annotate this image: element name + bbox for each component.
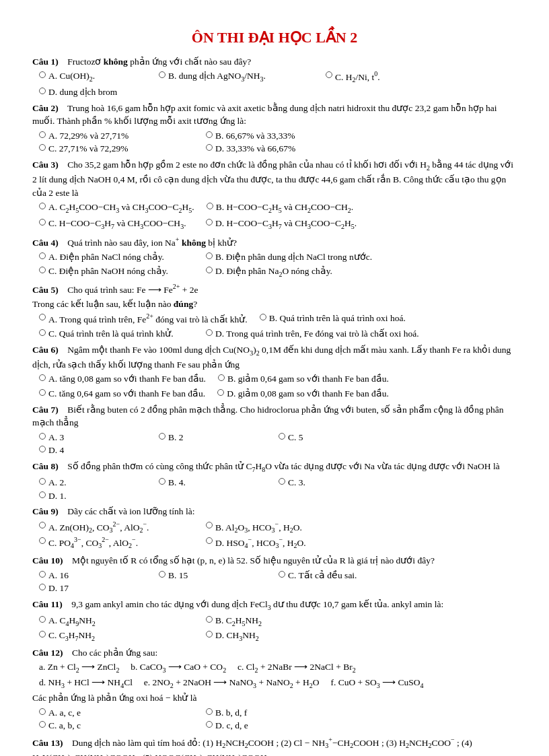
q3-option-c[interactable]: C. H−COO−C3H7 và CH3COO−CH3. — [39, 217, 194, 232]
question-12: Câu 12) Cho các phản ứng sau: a. Zn + Cl… — [32, 646, 517, 732]
q10-option-d[interactable]: D. 17 — [39, 582, 147, 595]
q9-option-b[interactable]: B. Al2O3, HCO3−, H2O. — [206, 520, 361, 536]
q6-option-d[interactable]: D. giảm 0,08 gam so với thanh Fe ban đầu… — [217, 387, 389, 401]
q9-option-a[interactable]: A. Zn(OH)2, CO32−, AlO2−. — [39, 520, 194, 536]
question-4: Câu 4) Quá trình nào sau đây, ion Na+ kh… — [32, 235, 517, 280]
q5-option-d[interactable]: D. Trong quá trình trên, Fe đóng vai trò… — [206, 327, 419, 341]
q3-option-d[interactable]: D. H−COO−C3H7 và CH3COO−C2H5. — [206, 217, 361, 232]
q8-option-b[interactable]: B. 4. — [159, 476, 266, 489]
q6-option-b[interactable]: B. giảm 0,64 gam so với thanh Fe ban đầu… — [218, 372, 389, 386]
q7-option-a[interactable]: A. 3 — [39, 431, 147, 444]
q12-option-c[interactable]: C. a, b, c — [39, 719, 194, 732]
q7-option-d[interactable]: D. 4 — [39, 444, 147, 457]
q1-option-d[interactable]: D. dung dịch brom — [39, 85, 147, 99]
q8-option-a[interactable]: A. 2. — [39, 476, 147, 489]
question-10: Câu 10) Một nguyên tố R có tổng số hạt (… — [32, 554, 517, 595]
q9-option-c[interactable]: C. PO43−, CO32−, AlO2−. — [39, 535, 194, 551]
q10-option-b[interactable]: B. 15 — [159, 569, 266, 582]
question-8: Câu 8) Số đồng phân thơm có cùng công th… — [32, 460, 517, 502]
q1-option-b[interactable]: B. dung dịch AgNO3/NH3. — [159, 69, 314, 84]
q1-option-c[interactable]: C. H2/Ni, t0. — [326, 69, 480, 85]
q5-option-c[interactable]: C. Quá trình trên là quá trình khử. — [39, 327, 194, 341]
page-title: ÔN THI ĐẠI HỌC LẦN 2 — [32, 27, 517, 48]
question-5: Câu 5) Cho quá trình sau: Fe ⟶ Fe2+ + 2e… — [32, 282, 517, 340]
q10-option-c[interactable]: C. Tất cả đều sai. — [279, 569, 433, 582]
q4-option-d[interactable]: D. Điện phân Na2O nóng chảy. — [206, 265, 361, 279]
q5-option-a[interactable]: A. Trong quá trình trên, Fe2+ đóng vai t… — [39, 312, 248, 326]
q2-option-d[interactable]: D. 33,33% và 66,67% — [206, 142, 361, 156]
question-9: Câu 9) Dãy các chất và ion lưỡng tính là… — [32, 505, 517, 551]
question-6: Câu 6) Ngâm một thanh Fe vào 100ml dung … — [32, 343, 517, 401]
q11-option-c[interactable]: C. C3H7NH2 — [39, 629, 194, 644]
q2-option-a[interactable]: A. 72,29% và 27,71% — [39, 129, 194, 143]
q6-option-a[interactable]: A. tăng 0,08 gam so với thanh Fe ban đầu… — [39, 372, 206, 386]
q9-option-d[interactable]: D. HSO4−, HCO3−, H2O. — [206, 535, 361, 551]
q12-option-d[interactable]: D. c, d, e — [206, 719, 361, 732]
q8-option-c[interactable]: C. 3. — [279, 476, 386, 489]
q10-option-a[interactable]: A. 16 — [39, 569, 147, 582]
question-3: Câu 3) Cho 35,2 gam hỗn hợp gồm 2 este n… — [32, 158, 517, 232]
question-1: Câu 1) Fructozơ không phản ứng với chất … — [32, 55, 517, 99]
q5-option-b[interactable]: B. Quá trình trên là quá trình oxi hoá. — [260, 312, 414, 325]
q7-option-b[interactable]: B. 2 — [159, 431, 266, 444]
q12-option-b[interactable]: B. b, d, f — [206, 706, 361, 720]
question-7: Câu 7) Biết rằng buten có 2 đồng phân mạ… — [32, 403, 517, 457]
q1-option-a[interactable]: A. Cu(OH)2. — [39, 69, 147, 84]
q4-option-a[interactable]: A. Điện phân NaCl nóng chảy. — [39, 250, 194, 264]
q2-option-b[interactable]: B. 66,67% và 33,33% — [206, 129, 361, 143]
q4-option-c[interactable]: C. Điện phân NaOH nóng chảy. — [39, 265, 194, 278]
q12-option-a[interactable]: A. a, c, e — [39, 706, 194, 720]
question-11: Câu 11) 9,3 gam ankyl amin cho tác dụng … — [32, 598, 517, 644]
q3-option-a[interactable]: A. C2H5COO−CH3 và CH3COO−C2H5. — [39, 201, 194, 215]
q11-option-d[interactable]: D. CH3NH2 — [206, 629, 361, 644]
question-13: Câu 13) Dung dịch nào làm quì tím hoá đỏ… — [32, 735, 517, 756]
q2-option-c[interactable]: C. 27,71% và 72,29% — [39, 142, 194, 156]
q8-option-d[interactable]: D. 1. — [39, 489, 147, 503]
q4-option-b[interactable]: B. Điện phân dung dịch NaCl trong nước. — [206, 250, 372, 264]
q11-option-b[interactable]: B. C2H5NH2 — [206, 614, 361, 629]
q11-option-a[interactable]: A. C4H9NH2 — [39, 614, 194, 629]
q3-option-b[interactable]: B. H−COO−C2H5 và CH2COO−CH2. — [207, 201, 361, 215]
question-2: Câu 2) Trung hoà 16,6 gam hỗn hợp axit f… — [32, 102, 517, 156]
q7-option-c[interactable]: C. 5 — [279, 431, 386, 444]
q6-option-c[interactable]: C. tăng 0,64 gam so với thanh Fe ban đầu… — [39, 387, 205, 401]
